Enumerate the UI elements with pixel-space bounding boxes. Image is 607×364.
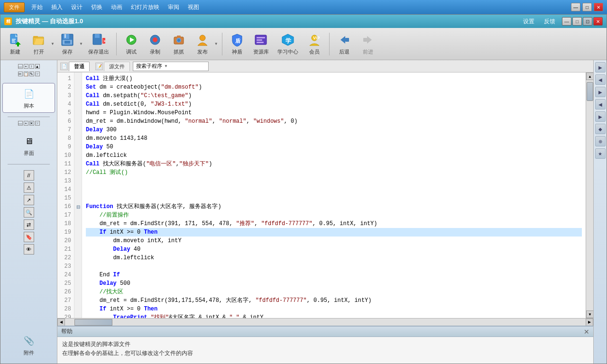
file-menu-btn[interactable]: 文件 <box>4 2 25 12</box>
sidebar-collapse-btn[interactable]: — <box>18 64 23 69</box>
h-scroll-right-btn[interactable]: ▶ <box>586 318 593 326</box>
horizontal-scrollbar[interactable]: ◀ ▶ <box>57 318 593 326</box>
sidebar-hand-btn[interactable]: ☞ <box>35 72 40 76</box>
code-line-23[interactable] <box>86 262 582 271</box>
new-button[interactable]: 新建 <box>4 30 26 58</box>
sidebar-item-script[interactable]: 📄 脚本 <box>2 83 55 113</box>
forward-button[interactable]: 前进 <box>357 30 379 58</box>
code-line-11[interactable]: Call 找大区和服务器("电信一区","独步天下") <box>86 160 582 168</box>
record-button[interactable]: 录制 <box>144 30 166 58</box>
tab-source[interactable]: 源文件 <box>104 62 130 71</box>
app-restore-btn[interactable]: □ <box>572 17 582 26</box>
open-dropdown-icon[interactable]: ▼ <box>51 42 55 46</box>
code-line-13[interactable] <box>86 177 582 185</box>
interface-del-btn[interactable]: ✕ <box>29 121 34 126</box>
app-maximize-btn[interactable]: ⊡ <box>583 17 592 26</box>
menu-start[interactable]: 开始 <box>28 2 46 12</box>
right-btn-6[interactable]: ◆ <box>595 124 606 134</box>
code-line-2[interactable]: Set dm = createobject("dm.dmsoft") <box>86 83 582 91</box>
menu-animation[interactable]: 动画 <box>107 2 126 12</box>
code-line-26[interactable]: //找大区 <box>86 288 582 296</box>
code-line-21[interactable]: Delay 40 <box>86 245 582 254</box>
resource-button[interactable]: 资源库 <box>250 30 272 58</box>
capture-button[interactable]: 抓抓 <box>168 30 190 58</box>
open-button[interactable]: 打开 <box>28 30 50 58</box>
code-line-10[interactable]: dm.leftclick <box>86 151 582 160</box>
code-line-6[interactable]: dm_ret = dm.bindwindow(hwnd, "normal", "… <box>86 117 582 126</box>
error-btn[interactable]: ⚠ <box>24 182 34 193</box>
sidebar-item-attachment[interactable]: 📎 附件 <box>2 330 55 360</box>
interface-expand-btn[interactable]: + <box>24 121 28 126</box>
eye-btn[interactable]: 👁 <box>24 244 34 255</box>
tab-normal[interactable]: 普通 <box>69 62 90 71</box>
interface-hand-btn[interactable]: ☞ <box>35 121 40 126</box>
save-dropdown-icon[interactable]: ▼ <box>79 42 83 46</box>
search-btn[interactable]: 🔍 <box>24 207 34 218</box>
os-maximize-btn[interactable]: □ <box>582 3 592 11</box>
sidebar-edit-btn[interactable]: ✎ <box>29 72 34 76</box>
sidebar-up-btn[interactable]: ↑ <box>29 64 34 69</box>
replace-btn[interactable]: ⇄ <box>24 219 34 230</box>
code-line-15[interactable] <box>86 194 582 202</box>
code-line-18[interactable]: dm_ret = dm.FindStr(391, 171, 554, 478, … <box>86 219 582 228</box>
right-btn-1[interactable]: ▶ <box>595 62 606 73</box>
right-btn-2[interactable]: ◀ <box>595 74 606 85</box>
code-line-25[interactable]: Delay 500 <box>86 279 582 288</box>
publish-button[interactable]: 发布 <box>192 30 213 58</box>
code-line-4[interactable]: Call dm.setdict(0, "JW3-1.txt") <box>86 100 582 109</box>
collapse-indicator-16[interactable]: ⊟ <box>74 202 82 211</box>
right-btn-7[interactable]: ⊕ <box>595 136 606 146</box>
feedback-link[interactable]: 反馈 <box>541 18 558 26</box>
save-button[interactable]: 保存 <box>56 30 78 58</box>
menu-design[interactable]: 设计 <box>67 2 86 12</box>
debug-button[interactable]: 调试 <box>120 30 142 58</box>
scroll-up-btn[interactable]: ▲ <box>586 73 593 80</box>
code-line-1[interactable]: Call 注册大漠() <box>86 74 582 83</box>
bookmark-btn[interactable]: 🔖 <box>24 232 34 242</box>
right-btn-5[interactable]: ▶ <box>595 111 606 122</box>
sidebar-paste-btn[interactable]: 📋 <box>24 72 28 76</box>
scroll-thumb[interactable] <box>587 82 593 101</box>
shield-button[interactable]: 盾 神盾 <box>226 30 248 58</box>
back-button[interactable]: 后退 <box>333 30 355 58</box>
right-btn-8[interactable]: ★ <box>595 148 606 159</box>
right-btn-4[interactable]: ◀ <box>595 99 606 109</box>
code-line-5[interactable]: hwnd = Plugin.Window.MousePoint <box>86 109 582 117</box>
function-dropdown[interactable]: 搜索子程序 ▼ <box>133 62 209 71</box>
sidebar-expand-btn[interactable]: + <box>24 64 28 69</box>
code-line-19[interactable]: If intX >= 0 Then <box>86 228 582 237</box>
menu-insert[interactable]: 插入 <box>47 2 66 12</box>
h-scroll-left-btn[interactable]: ◀ <box>57 318 65 326</box>
menu-slideshow[interactable]: 幻灯片放映 <box>127 2 163 12</box>
h-scroll-thumb[interactable] <box>74 319 112 326</box>
interface-collapse-btn[interactable]: — <box>18 121 23 126</box>
learn-button[interactable]: 学 学习中心 <box>274 30 302 58</box>
vertical-scrollbar[interactable]: ▲ ▼ <box>586 73 593 318</box>
code-line-29[interactable]: TracePrint "找到"&大区名字 & intX & "," & intY <box>86 313 582 318</box>
code-line-24[interactable]: End If <box>86 271 582 279</box>
menu-review[interactable]: 审阅 <box>164 2 183 12</box>
sidebar-item-interface[interactable]: 🖥 界面 <box>2 130 55 160</box>
sidebar-cut-btn[interactable]: ✂ <box>18 72 23 76</box>
member-button[interactable]: VIP 会员 <box>304 30 325 58</box>
code-line-12[interactable]: //Call 测试() <box>86 168 582 177</box>
scroll-down-btn[interactable]: ▼ <box>586 310 593 318</box>
code-line-28[interactable]: If intX >= 0 Then <box>86 305 582 313</box>
code-line-16[interactable]: Function 找大区和服务器(大区名字, 服务器名字) <box>86 202 582 211</box>
code-line-9[interactable]: Delay 50 <box>86 143 582 151</box>
code-line-27[interactable]: dm_ret = dm.FindStr(391,171,554,478, 大区名… <box>86 296 582 305</box>
code-line-22[interactable]: dm.leftclick <box>86 254 582 262</box>
right-btn-3[interactable]: ▶ <box>595 87 606 97</box>
menu-view[interactable]: 视图 <box>184 2 203 12</box>
menu-switch[interactable]: 切换 <box>87 2 106 12</box>
os-minimize-btn[interactable]: — <box>571 3 580 11</box>
os-close-btn[interactable]: ✕ <box>594 3 603 11</box>
publish-dropdown-icon[interactable]: ▼ <box>214 42 218 46</box>
help-close-btn[interactable]: ✕ <box>584 328 589 336</box>
app-minimize-btn[interactable]: — <box>562 17 571 26</box>
code-line-17[interactable]: //前置操作 <box>86 211 582 219</box>
code-line-3[interactable]: Call dm.setpath("C:\test_game") <box>86 91 582 100</box>
app-close-btn[interactable]: ✕ <box>593 17 603 26</box>
comment-btn[interactable]: // <box>24 170 34 181</box>
goto-btn[interactable]: ↗ <box>24 195 34 205</box>
